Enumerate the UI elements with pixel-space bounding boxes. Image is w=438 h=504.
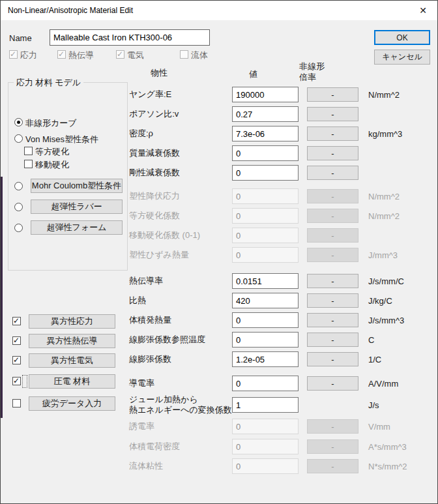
unit-label: N*s/mm^2 <box>368 462 407 471</box>
name-label: Name <box>9 33 32 43</box>
value-input <box>232 228 299 243</box>
type-checkbox-label: 流体 <box>191 50 208 61</box>
property-row: 体積発熱量-J/s/mm^3 <box>1 312 438 328</box>
column-header-nonlinear-multiplier: 非線形 倍率 <box>299 61 325 83</box>
unit-label: A/V/mm <box>368 379 398 389</box>
property-row: 塑性ひずみ熱量-J/mm^3 <box>1 247 438 263</box>
property-row: ヤング率:E-N/mm^2 <box>1 87 438 102</box>
unit-label: A*s/mm^3 <box>368 442 407 452</box>
property-label: 線膨張係数参照温度 <box>129 334 232 345</box>
title-bar: Non-Linear/Anisotropic Material Edit ✕ <box>1 1 437 20</box>
nonlinear-multiplier-button[interactable]: - <box>307 274 358 288</box>
property-label: 等方硬化係数 <box>129 211 232 221</box>
type-checkbox-label: 電気 <box>127 50 144 61</box>
property-row: 質量減衰係数- <box>1 145 438 161</box>
property-row: 熱伝導率-J/s/mm/C <box>1 273 438 289</box>
nonlinear-multiplier-button[interactable]: - <box>307 313 358 327</box>
type-checkbox-2[interactable] <box>57 50 66 59</box>
cancel-button[interactable]: キャンセル <box>374 50 430 65</box>
unit-label: V/mm <box>368 422 390 432</box>
nonlinear-multiplier-button[interactable]: - <box>307 352 358 366</box>
property-label: 体積発熱量 <box>129 315 232 325</box>
property-label: 密度:ρ <box>129 128 232 139</box>
type-checkbox-4[interactable] <box>180 50 188 59</box>
property-label: 比熱 <box>129 295 232 306</box>
unit-label: kg/mm^3 <box>368 129 402 139</box>
unit-label: C <box>368 335 374 345</box>
value-input[interactable] <box>232 397 299 413</box>
nonlinear-multiplier-button: - <box>307 419 358 434</box>
unit-label: 1/C <box>368 355 381 364</box>
value-input[interactable] <box>232 293 299 308</box>
property-row: 誘電率-V/mm <box>1 419 438 434</box>
value-input[interactable] <box>232 351 299 367</box>
property-label: ジュール加熱から 熱エネルギーへの変換係数 <box>129 394 232 415</box>
property-row: 線膨張係数-1/C <box>1 351 438 367</box>
property-label: 誘電率 <box>129 421 232 432</box>
nonlinear-multiplier-button: - <box>307 189 358 203</box>
property-row: 移動硬化係数 (0-1)- <box>1 228 438 243</box>
nonlinear-multiplier-button[interactable]: - <box>307 333 358 347</box>
unit-label: J/kg/C <box>368 296 392 306</box>
type-checkbox-label: 応力 <box>20 50 37 61</box>
property-row: 体積電荷密度-A*s/mm^3 <box>1 439 438 454</box>
value-input[interactable] <box>232 145 299 161</box>
property-label: 体積電荷密度 <box>129 441 232 452</box>
unit-label: J/mm^3 <box>368 250 398 260</box>
unit-label: J/s/mm^3 <box>368 316 404 325</box>
column-header-value: 値 <box>249 68 257 80</box>
type-checkbox-label: 熱伝導 <box>68 50 94 61</box>
value-input <box>232 439 299 454</box>
property-row: 流体粘性-N*s/mm^2 <box>1 458 438 474</box>
nonlinear-multiplier-button: - <box>307 248 358 262</box>
value-input[interactable] <box>232 376 299 391</box>
value-input[interactable] <box>232 273 299 289</box>
property-row: ポアソン比:v- <box>1 106 438 122</box>
nonlinear-multiplier-button: - <box>307 228 358 243</box>
value-input[interactable] <box>232 312 299 328</box>
close-icon[interactable]: ✕ <box>409 1 437 20</box>
nonlinear-multiplier-button[interactable]: - <box>307 166 358 180</box>
nonlinear-multiplier-button[interactable]: - <box>307 126 358 141</box>
value-input[interactable] <box>232 332 299 348</box>
property-row: 等方硬化係数-N/mm^2 <box>1 208 438 224</box>
unit-label: N/mm^2 <box>368 211 400 221</box>
unit-label: N/mm^2 <box>368 90 400 100</box>
nonlinear-multiplier-button[interactable]: - <box>307 107 358 121</box>
property-row: 密度:ρ-kg/mm^3 <box>1 126 438 141</box>
property-label: 流体粘性 <box>129 461 232 471</box>
property-row: 比熱-J/kg/C <box>1 293 438 308</box>
nonlinear-multiplier-button[interactable]: - <box>307 87 358 102</box>
value-input[interactable] <box>232 106 299 122</box>
value-input <box>232 188 299 204</box>
property-label: 塑性降伏応力 <box>129 191 232 201</box>
property-row: 塑性降伏応力-N/mm^2 <box>1 188 438 204</box>
value-input[interactable] <box>232 126 299 141</box>
property-label: ヤング率:E <box>129 89 232 100</box>
type-checkbox-3[interactable] <box>116 50 124 59</box>
property-label: 移動硬化係数 (0-1) <box>129 230 232 241</box>
property-label: 導電率 <box>129 378 232 389</box>
nonlinear-multiplier-button: - <box>307 209 358 223</box>
nonlinear-multiplier-button[interactable]: - <box>307 146 358 160</box>
window-title: Non-Linear/Anisotropic Material Edit <box>8 6 133 15</box>
ok-button[interactable]: OK <box>374 30 430 45</box>
type-checkbox-1[interactable] <box>9 50 18 59</box>
nonlinear-multiplier-button[interactable]: - <box>307 293 358 308</box>
background-edge-strip <box>1 177 3 418</box>
value-input <box>232 458 299 474</box>
nonlinear-multiplier-button[interactable]: - <box>307 376 358 391</box>
unit-label: N/mm^2 <box>368 192 400 201</box>
property-row: 剛性減衰係数- <box>1 165 438 181</box>
value-input[interactable] <box>232 87 299 102</box>
property-row: 線膨張係数参照温度-C <box>1 332 438 348</box>
property-label: 熱伝導率 <box>129 276 232 286</box>
property-row: ジュール加熱から 熱エネルギーへの変換係数J/s <box>1 397 438 413</box>
property-label: 剛性減衰係数 <box>129 168 232 178</box>
property-label: 線膨張係数 <box>129 354 232 364</box>
unit-label: J/s/mm/C <box>368 276 404 286</box>
nonlinear-multiplier-button: - <box>307 459 358 473</box>
property-row: 導電率-A/V/mm <box>1 376 438 391</box>
material-name-input[interactable] <box>50 29 210 46</box>
value-input[interactable] <box>232 165 299 181</box>
